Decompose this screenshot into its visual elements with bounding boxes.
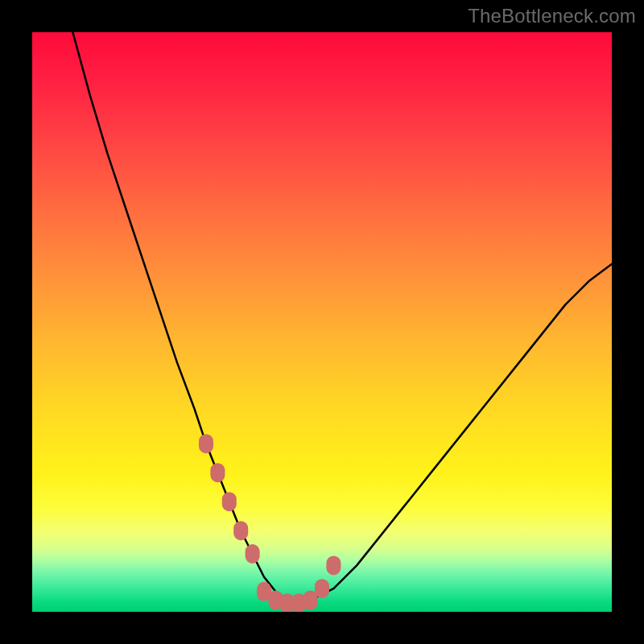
chart-frame: TheBottleneck.com: [0, 0, 644, 644]
highlight-marker: [199, 434, 213, 453]
highlight-marker: [233, 521, 248, 540]
curve-layer: [32, 32, 612, 612]
highlight-marker: [246, 544, 260, 564]
highlight-marker: [326, 555, 341, 575]
highlight-marker: [315, 579, 329, 598]
watermark-text: TheBottleneck.com: [468, 5, 636, 27]
plot-area: [32, 32, 612, 612]
highlight-marker: [222, 492, 237, 511]
highlight-marker: [210, 463, 225, 482]
bottleneck-curve: [72, 32, 612, 603]
